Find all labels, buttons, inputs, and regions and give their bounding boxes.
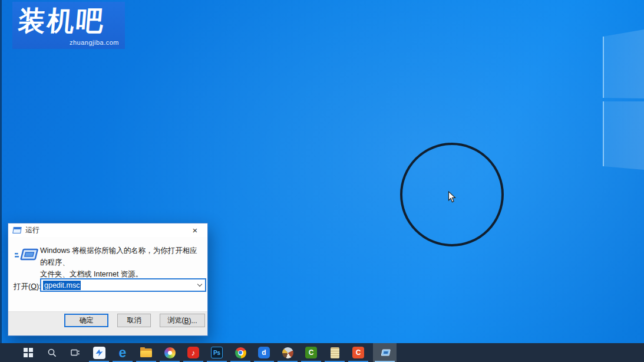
run-command-icon: [15, 244, 38, 266]
file-explorer-icon: [140, 348, 152, 357]
ok-button[interactable]: 确定: [64, 314, 108, 327]
taskbar-photoshop-button[interactable]: Ps: [205, 343, 229, 362]
taskbar-recorder-button[interactable]: C: [346, 343, 370, 362]
logo-subtitle: zhuangjiba.com: [70, 39, 119, 46]
screen-edge-artifact: [0, 0, 2, 343]
logo-title: 装机吧: [16, 3, 106, 40]
taskbar-edge-button[interactable]: e: [111, 343, 134, 362]
taskbar-chrome-button[interactable]: [229, 343, 252, 362]
scroll-document-icon: [331, 347, 339, 358]
taskbar: e ♪ Ps d C C: [0, 343, 644, 362]
run-window-taskbar-icon: [379, 348, 391, 357]
start-button[interactable]: [16, 343, 40, 362]
colorful-globe-icon: [282, 347, 293, 358]
thunder-bird-icon: [93, 347, 105, 359]
run-dialog-title: 运行: [25, 225, 39, 235]
open-input-selected-text[interactable]: gpedit.msc: [43, 281, 81, 290]
search-icon: [47, 348, 57, 358]
run-window-icon: [12, 227, 22, 233]
run-dialog: 运行 × Windows 将根据你所输入的名称，为你打开相应的程序、 文件夹、文…: [8, 223, 208, 336]
pinwheel-browser-icon: [164, 347, 176, 358]
zhuangjiba-logo: 装机吧 zhuangjiba.com: [12, 2, 125, 49]
run-dialog-body: Windows 将根据你所输入的名称，为你打开相应的程序、 文件夹、文档或 In…: [8, 237, 207, 312]
description-line-1: Windows 将根据你所输入的名称，为你打开相应的程序、: [40, 245, 203, 268]
taskbar-search-button[interactable]: [40, 343, 64, 362]
orange-c-app-icon: C: [352, 347, 364, 358]
wallpaper-windows-logo: [601, 27, 644, 174]
taskbar-d-app-button[interactable]: d: [252, 343, 276, 362]
edge-icon: e: [119, 347, 127, 358]
taskbar-scroll-app-button[interactable]: [323, 343, 346, 362]
close-icon[interactable]: ×: [186, 223, 204, 237]
run-dialog-titlebar[interactable]: 运行 ×: [8, 223, 207, 237]
taskbar-netease-music-button[interactable]: ♪: [181, 343, 205, 362]
taskbar-camtasia-button[interactable]: C: [299, 343, 323, 362]
photoshop-icon: Ps: [211, 347, 223, 358]
open-field-label: 打开(O):: [14, 282, 41, 292]
windows-start-icon: [24, 348, 33, 357]
netease-music-icon: ♪: [187, 347, 199, 358]
open-combobox[interactable]: gpedit.msc: [40, 278, 206, 292]
task-view-button[interactable]: [64, 343, 87, 362]
taskbar-pinwheel-browser-button[interactable]: [158, 343, 181, 362]
green-c-app-icon: C: [305, 347, 317, 358]
run-dialog-footer: 确定 取消 浏览(B)...: [8, 311, 207, 335]
run-dialog-description: Windows 将根据你所输入的名称，为你打开相应的程序、 文件夹、文档或 In…: [40, 245, 203, 280]
taskbar-file-explorer-button[interactable]: [134, 343, 158, 362]
blue-d-app-icon: d: [258, 347, 270, 358]
cancel-button[interactable]: 取消: [117, 314, 151, 327]
mouse-cursor: [448, 191, 457, 203]
browse-button[interactable]: 浏览(B)...: [160, 314, 205, 327]
task-view-icon: [71, 348, 80, 357]
taskbar-thunder-button[interactable]: [87, 343, 111, 362]
chrome-icon: [235, 347, 246, 358]
taskbar-globe-app-button[interactable]: [276, 343, 299, 362]
combobox-dropdown-button[interactable]: [194, 279, 205, 291]
desktop: 装机吧 zhuangjiba.com 运行 × Windows 将根据你所输入的…: [0, 0, 644, 362]
chevron-down-icon: [197, 282, 202, 287]
taskbar-run-window-button[interactable]: [373, 343, 397, 362]
